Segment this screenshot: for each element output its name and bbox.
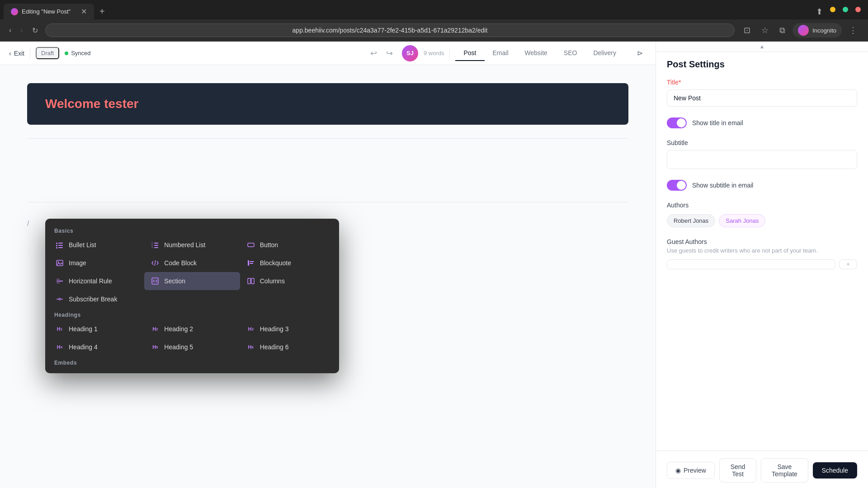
menu-item-button-label: Button: [260, 241, 278, 249]
columns-icon: [246, 277, 255, 286]
heading-4-icon: H4: [55, 343, 64, 352]
panel-collapse-button[interactable]: ⊳: [633, 47, 646, 59]
tab-website[interactable]: Website: [517, 46, 556, 61]
show-subtitle-toggle[interactable]: [667, 180, 687, 191]
editor-empty-space: [27, 152, 628, 188]
cast-icon[interactable]: ⊡: [740, 23, 754, 37]
guest-author-input-1[interactable]: [667, 259, 835, 269]
editor-content[interactable]: Welcome tester / Basics Bullet List: [0, 65, 656, 488]
heading-1-icon: H1: [55, 324, 64, 333]
chevron-left-icon: ‹: [9, 50, 11, 57]
toggle-knob-subtitle: [677, 181, 686, 190]
preview-icon: ◉: [675, 467, 681, 474]
menu-item-horizontal-rule[interactable]: Horizontal Rule: [49, 272, 144, 290]
menu-item-heading-2[interactable]: H2 Heading 2: [144, 320, 240, 338]
panel-scroll-up[interactable]: ▲: [656, 42, 868, 52]
save-template-button[interactable]: Save Template: [761, 458, 808, 483]
preview-button[interactable]: ◉ Preview: [667, 462, 715, 479]
tab-delivery[interactable]: Delivery: [585, 46, 624, 61]
svg-text:3.: 3.: [151, 246, 153, 249]
menu-item-heading-5[interactable]: H5 Heading 5: [144, 338, 240, 356]
toolbar-divider-1: [30, 48, 30, 59]
window-close[interactable]: [855, 7, 861, 12]
embeds-section-label: Embeds: [45, 356, 339, 368]
reload-button[interactable]: ↻: [30, 24, 40, 37]
svg-rect-17: [250, 261, 254, 262]
nav-tabs: Post Email Website SEO Delivery: [455, 46, 624, 61]
menu-item-button[interactable]: Button: [240, 236, 335, 254]
svg-point-28: [59, 298, 61, 300]
menu-item-heading-2-label: Heading 2: [164, 325, 193, 333]
menu-item-numbered-list[interactable]: 1.2.3. Numbered List: [144, 236, 240, 254]
basics-section-label: Basics: [45, 224, 339, 236]
heading-3-icon: H3: [246, 324, 255, 333]
draft-button[interactable]: Draft: [36, 47, 59, 59]
heading-2-icon: H2: [151, 324, 160, 333]
menu-item-code-block-label: Code Block: [164, 259, 197, 267]
menu-item-image[interactable]: Image: [49, 254, 144, 272]
menu-item-section-label: Section: [164, 277, 185, 285]
menu-item-blockquote[interactable]: Blockquote: [240, 254, 335, 272]
section-icon: [151, 277, 160, 286]
menu-item-numbered-list-label: Numbered List: [164, 241, 205, 249]
tab-email[interactable]: Email: [485, 46, 517, 61]
tab-favicon: [11, 8, 18, 15]
blockquote-icon: [246, 258, 255, 267]
authors-title: Authors: [667, 202, 857, 209]
forward-button[interactable]: ›: [19, 24, 24, 36]
svg-rect-16: [248, 260, 249, 266]
svg-rect-26: [251, 278, 254, 284]
new-tab-button[interactable]: +: [96, 5, 108, 19]
author-name-robert: Robert Jonas: [674, 217, 708, 224]
menu-item-heading-6[interactable]: H6 Heading 6: [240, 338, 335, 356]
bookmark-icon[interactable]: ☆: [758, 23, 772, 37]
exit-label: Exit: [14, 50, 24, 57]
menu-item-image-label: Image: [69, 259, 86, 267]
menu-item-columns[interactable]: Columns: [240, 272, 335, 290]
schedule-button[interactable]: Schedule: [813, 462, 857, 479]
undo-button[interactable]: ↩: [367, 47, 381, 60]
editor-divider: [27, 138, 628, 139]
subtitle-field-label: Subtitle: [667, 139, 857, 146]
title-field-label: Title*: [667, 79, 857, 86]
browser-tab[interactable]: Editing "New Post" ✕: [4, 4, 94, 19]
menu-item-heading-1[interactable]: H1 Heading 1: [49, 320, 144, 338]
author-tag-sarah[interactable]: Sarah Jonas: [719, 214, 765, 227]
window-minimize[interactable]: [830, 7, 835, 12]
svg-rect-25: [248, 278, 250, 284]
title-input[interactable]: [667, 89, 857, 107]
address-bar-input[interactable]: app.beehiiv.com/posts/c24a3a77-2fe2-415b…: [45, 23, 735, 37]
tab-close-icon[interactable]: ✕: [81, 7, 87, 16]
svg-line-15: [155, 260, 156, 266]
exit-button[interactable]: ‹ Exit: [9, 50, 24, 57]
menu-item-heading-1-label: Heading 1: [69, 325, 98, 333]
menu-item-heading-5-label: Heading 5: [164, 343, 193, 351]
back-button[interactable]: ‹: [7, 24, 13, 36]
author-tag-robert[interactable]: Robert Jonas: [667, 214, 715, 227]
tab-seo[interactable]: SEO: [556, 46, 585, 61]
profile-button[interactable]: Incognito: [793, 23, 842, 38]
menu-item-heading-3[interactable]: H3 Heading 3: [240, 320, 335, 338]
minimize-icon: ⬆: [816, 7, 823, 17]
send-test-button[interactable]: Send Test: [719, 458, 757, 483]
window-maximize[interactable]: [843, 7, 848, 12]
heading-5-icon: H5: [151, 343, 160, 352]
show-title-toggle[interactable]: [667, 117, 687, 128]
toolbar-divider-2: [449, 48, 450, 59]
schedule-label: Schedule: [822, 467, 848, 474]
guest-author-add-btn[interactable]: +: [839, 259, 857, 269]
menu-item-code-block[interactable]: Code Block: [144, 254, 240, 272]
show-title-label: Show title in email: [692, 119, 743, 127]
tab-post[interactable]: Post: [455, 46, 484, 61]
menu-item-bullet-list[interactable]: Bullet List: [49, 236, 144, 254]
user-avatar[interactable]: SJ: [402, 45, 418, 61]
extension-icon[interactable]: ⧉: [776, 24, 789, 37]
menu-icon[interactable]: ⋮: [845, 23, 861, 37]
menu-item-section[interactable]: Section: [144, 272, 240, 290]
word-count: 9 words: [424, 50, 444, 56]
svg-rect-2: [56, 245, 57, 246]
menu-item-heading-4[interactable]: H4 Heading 4: [49, 338, 144, 356]
redo-button[interactable]: ↪: [382, 47, 396, 60]
subtitle-input[interactable]: [667, 150, 857, 169]
menu-item-subscriber-break[interactable]: Subscriber Break: [49, 290, 144, 308]
